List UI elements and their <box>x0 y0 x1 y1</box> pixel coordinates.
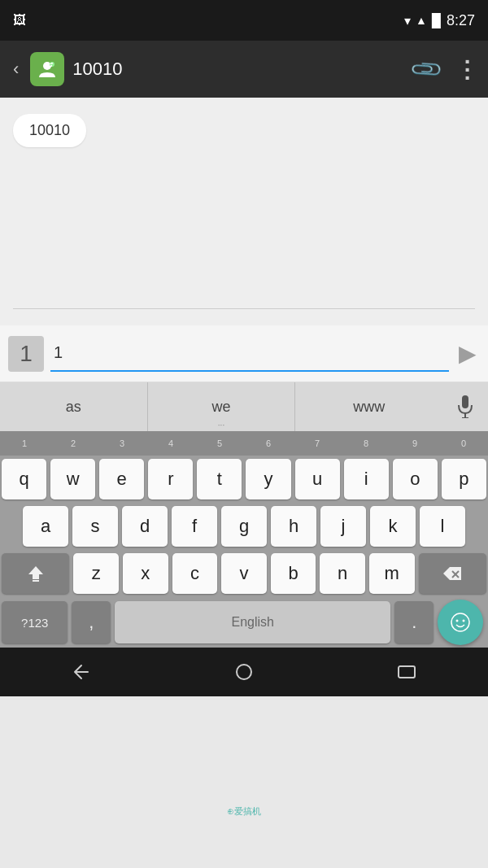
contact-avatar <box>30 52 64 86</box>
recent-nav-button[interactable] <box>397 665 416 679</box>
input-area[interactable]: 1 ▶ <box>0 325 488 382</box>
period-key[interactable]: . <box>394 601 434 643</box>
suggestion-www[interactable]: www <box>295 382 442 431</box>
num-key-3[interactable]: 3 <box>98 431 146 456</box>
battery-icon: ▉ <box>432 13 442 28</box>
key-m[interactable]: m <box>369 553 415 594</box>
key-p[interactable]: p <box>442 459 486 499</box>
suggestion-we[interactable]: we <box>148 382 296 431</box>
status-left: 🖼 <box>13 13 26 28</box>
image-icon: 🖼 <box>13 13 26 28</box>
svg-point-11 <box>463 620 465 622</box>
key-q[interactable]: q <box>2 459 46 499</box>
key-z[interactable]: z <box>73 553 119 594</box>
key-t[interactable]: t <box>197 459 242 499</box>
key-k[interactable]: k <box>370 506 416 547</box>
mic-button[interactable] <box>442 382 488 431</box>
num-toggle-key[interactable]: ?123 <box>2 601 68 643</box>
nav-actions: 📎 ⋮ <box>413 56 478 83</box>
key-v[interactable]: v <box>221 553 267 594</box>
num-key-1[interactable]: 1 <box>0 431 49 456</box>
status-right: ▾ ▲ ▉ 8:27 <box>404 12 475 29</box>
key-c[interactable]: c <box>172 553 218 594</box>
svg-point-10 <box>456 620 459 622</box>
svg-rect-6 <box>33 580 39 582</box>
more-button[interactable]: ⋮ <box>455 56 478 83</box>
key-b[interactable]: b <box>271 553 316 594</box>
watermark: ⊕爱搞机 <box>227 805 261 818</box>
key-j[interactable]: j <box>320 506 366 547</box>
back-button[interactable]: ‹ <box>10 55 22 83</box>
num-key-9[interactable]: 9 <box>390 431 439 456</box>
key-g[interactable]: g <box>221 506 267 547</box>
key-l[interactable]: l <box>420 506 465 547</box>
num-key-7[interactable]: 7 <box>293 431 342 456</box>
key-u[interactable]: u <box>295 459 340 499</box>
backspace-key[interactable] <box>419 553 486 594</box>
num-key-5[interactable]: 5 <box>195 431 244 456</box>
keyboard: 1 2 3 4 5 6 7 8 9 0 q w e r t y u i o p … <box>0 431 488 648</box>
svg-point-9 <box>451 613 469 631</box>
num-key-4[interactable]: 4 <box>146 431 195 456</box>
chat-area: 10010 <box>0 98 488 325</box>
suggestion-as[interactable]: as <box>0 382 148 431</box>
input-number-badge: 1 <box>8 336 44 372</box>
space-key[interactable]: English <box>115 601 390 643</box>
num-key-2[interactable]: 2 <box>49 431 98 456</box>
key-w[interactable]: w <box>50 459 95 499</box>
key-r[interactable]: r <box>148 459 193 499</box>
key-x[interactable]: x <box>123 553 168 594</box>
home-nav-button[interactable] <box>234 662 254 682</box>
key-d[interactable]: d <box>122 506 168 547</box>
divider <box>13 308 475 309</box>
status-bar: 🖼 ▾ ▲ ▉ 8:27 <box>0 0 488 41</box>
comma-key[interactable]: , <box>72 601 111 643</box>
key-row-1: q w e r t y u i o p <box>0 456 488 503</box>
number-row: 1 2 3 4 5 6 7 8 9 0 <box>0 431 488 456</box>
send-button[interactable]: ▶ <box>455 337 480 370</box>
wifi-icon: ▾ <box>404 13 411 28</box>
num-key-0[interactable]: 0 <box>439 431 488 456</box>
nav-bar: ‹ 10010 📎 ⋮ <box>0 41 488 98</box>
action-row: ?123 , English . <box>0 597 488 648</box>
status-time: 8:27 <box>447 12 475 29</box>
key-f[interactable]: f <box>172 506 217 547</box>
key-o[interactable]: o <box>393 459 438 499</box>
key-i[interactable]: i <box>344 459 389 499</box>
svg-rect-13 <box>399 666 415 678</box>
attach-button[interactable]: 📎 <box>408 51 445 88</box>
suggestions-row: as we www <box>0 382 488 431</box>
signal-icon: ▲ <box>416 14 427 27</box>
shift-key[interactable] <box>2 553 69 594</box>
key-e[interactable]: e <box>99 459 144 499</box>
emoji-key[interactable] <box>438 600 483 645</box>
nav-title: 10010 <box>72 59 405 80</box>
num-key-6[interactable]: 6 <box>244 431 293 456</box>
key-row-3: z x c v b n m <box>0 550 488 597</box>
system-nav <box>0 648 488 696</box>
key-row-2: a s d f g h j k l <box>0 503 488 550</box>
key-h[interactable]: h <box>271 506 316 547</box>
back-nav-button[interactable] <box>72 662 91 682</box>
chat-bubble: 10010 <box>13 114 86 147</box>
key-s[interactable]: s <box>72 506 118 547</box>
key-a[interactable]: a <box>23 506 68 547</box>
num-key-8[interactable]: 8 <box>342 431 390 456</box>
message-input[interactable] <box>50 336 449 372</box>
svg-point-12 <box>237 665 251 679</box>
key-n[interactable]: n <box>320 553 365 594</box>
key-y[interactable]: y <box>246 459 290 499</box>
svg-rect-2 <box>462 395 468 408</box>
svg-marker-5 <box>28 566 43 579</box>
